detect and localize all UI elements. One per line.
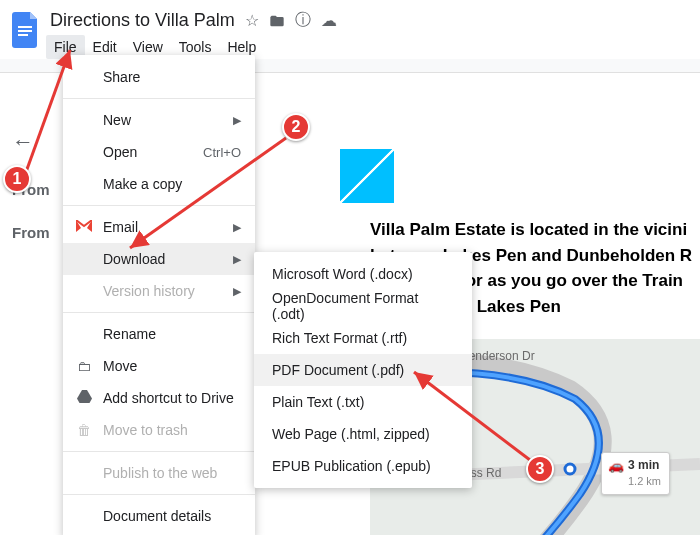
file-email-label: Email xyxy=(103,219,138,235)
menu-separator xyxy=(63,205,255,206)
svg-rect-2 xyxy=(18,34,28,36)
back-arrow-icon[interactable]: ← xyxy=(12,129,50,155)
svg-rect-1 xyxy=(18,30,32,32)
file-add-shortcut-label: Add shortcut to Drive xyxy=(103,390,234,406)
download-html[interactable]: Web Page (.html, zipped) xyxy=(254,418,472,450)
route-time: 3 min xyxy=(628,458,659,472)
menu-separator xyxy=(63,451,255,452)
chevron-right-icon: ▶ xyxy=(233,221,241,234)
info-icon[interactable]: ⓘ xyxy=(295,10,311,31)
route-distance: 1.2 km xyxy=(628,475,661,487)
file-publish[interactable]: Publish to the web xyxy=(63,457,255,489)
download-epub[interactable]: EPUB Publication (.epub) xyxy=(254,450,472,482)
star-icon[interactable]: ☆ xyxy=(245,11,259,30)
cloud-status-icon[interactable]: ☁ xyxy=(321,11,337,30)
file-rename-label: Rename xyxy=(103,326,156,342)
trash-icon: 🗑 xyxy=(75,422,93,438)
chevron-right-icon: ▶ xyxy=(233,253,241,266)
app-header: Directions to Villa Palm ☆ ⓘ ☁ File Edit… xyxy=(0,0,700,59)
annotation-badge-1: 1 xyxy=(3,165,31,193)
file-download[interactable]: Download▶ xyxy=(63,243,255,275)
folder-icon: 🗀 xyxy=(75,358,93,374)
document-logo-image xyxy=(340,149,394,203)
gmail-icon xyxy=(75,219,93,235)
file-version-history[interactable]: Version history▶ xyxy=(63,275,255,307)
chevron-right-icon: ▶ xyxy=(233,114,241,127)
file-version-history-label: Version history xyxy=(103,283,195,299)
file-share[interactable]: Share xyxy=(63,61,255,93)
file-rename[interactable]: Rename xyxy=(63,318,255,350)
file-share-label: Share xyxy=(103,69,140,85)
move-icon[interactable] xyxy=(269,13,285,29)
file-make-copy-label: Make a copy xyxy=(103,176,182,192)
file-move-label: Move xyxy=(103,358,137,374)
file-open-shortcut: Ctrl+O xyxy=(203,145,241,160)
menu-separator xyxy=(63,98,255,99)
document-title[interactable]: Directions to Villa Palm xyxy=(50,10,235,31)
download-txt[interactable]: Plain Text (.txt) xyxy=(254,386,472,418)
download-pdf[interactable]: PDF Document (.pdf) xyxy=(254,354,472,386)
download-docx[interactable]: Microsoft Word (.docx) xyxy=(254,258,472,290)
annotation-badge-3: 3 xyxy=(526,455,554,483)
download-odt[interactable]: OpenDocument Format (.odt) xyxy=(254,290,472,322)
file-trash-label: Move to trash xyxy=(103,422,188,438)
gutter-text-from-2: From xyxy=(12,224,50,241)
file-download-label: Download xyxy=(103,251,165,267)
file-make-copy[interactable]: Make a copy xyxy=(63,168,255,200)
file-open-label: Open xyxy=(103,144,137,160)
map-route-badge: 🚗 3 min 1.2 km xyxy=(601,452,670,495)
menu-separator xyxy=(63,494,255,495)
file-open[interactable]: OpenCtrl+O xyxy=(63,136,255,168)
title-area: Directions to Villa Palm ☆ ⓘ ☁ File Edit… xyxy=(44,8,692,59)
docs-logo-icon[interactable] xyxy=(8,8,44,56)
svg-point-3 xyxy=(565,464,575,474)
svg-rect-0 xyxy=(18,26,32,28)
download-submenu: Microsoft Word (.docx) OpenDocument Form… xyxy=(254,252,472,488)
file-email[interactable]: Email▶ xyxy=(63,211,255,243)
file-new[interactable]: New▶ xyxy=(63,104,255,136)
menu-separator xyxy=(63,312,255,313)
body-line: Villa Palm Estate is located in the vici… xyxy=(370,217,700,243)
file-publish-label: Publish to the web xyxy=(103,465,217,481)
car-icon: 🚗 xyxy=(608,458,624,475)
download-rtf[interactable]: Rich Text Format (.rtf) xyxy=(254,322,472,354)
file-new-label: New xyxy=(103,112,131,128)
file-move-to-trash[interactable]: 🗑Move to trash xyxy=(63,414,255,446)
chevron-right-icon: ▶ xyxy=(233,285,241,298)
file-add-shortcut[interactable]: Add shortcut to Drive xyxy=(63,382,255,414)
drive-icon xyxy=(75,390,93,406)
file-details-label: Document details xyxy=(103,508,211,524)
annotation-badge-2: 2 xyxy=(282,113,310,141)
file-dropdown: Share New▶ OpenCtrl+O Make a copy Email▶… xyxy=(63,55,255,535)
file-move[interactable]: 🗀Move xyxy=(63,350,255,382)
file-document-details[interactable]: Document details xyxy=(63,500,255,532)
title-row: Directions to Villa Palm ☆ ⓘ ☁ xyxy=(44,8,692,35)
